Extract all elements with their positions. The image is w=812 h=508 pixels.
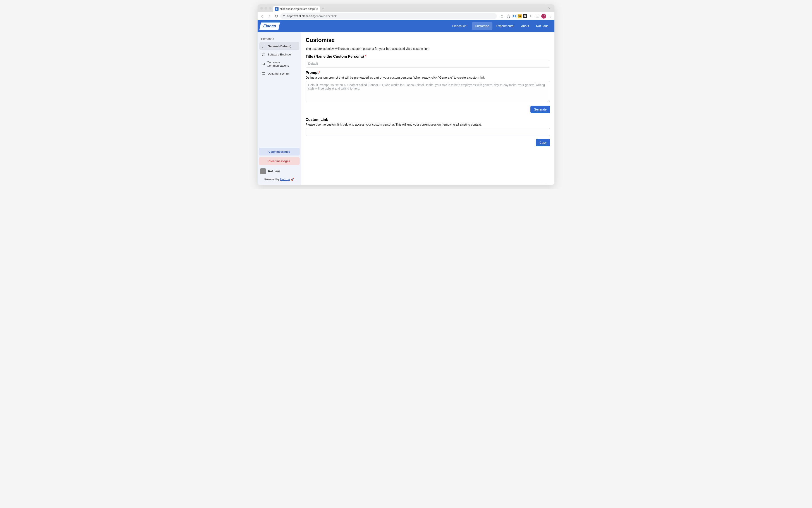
url-scheme: https:// [287, 14, 296, 18]
browser-toolbar-right: MLE C R [498, 13, 553, 19]
url-domain: chat.elanco.ai [296, 14, 313, 18]
chat-bubble-icon [262, 72, 265, 76]
forward-button[interactable] [266, 13, 272, 19]
main-content: Customise The text boxes below will crea… [301, 32, 554, 185]
nav-about[interactable]: About [518, 22, 532, 30]
clear-messages-button[interactable]: Clear messages [259, 157, 300, 165]
user-row[interactable]: Raf Laus [259, 167, 300, 176]
extension-icon-3[interactable]: C [523, 14, 527, 18]
extension-icon-2[interactable]: MLE [518, 14, 522, 18]
chat-bubble-icon [262, 44, 265, 48]
tab-close-icon[interactable]: × [316, 7, 318, 11]
powered-by-prefix: Powered by [264, 177, 280, 181]
tab-title: chat.elanco.ai/generate-deepli [280, 7, 315, 10]
chat-bubble-icon [262, 52, 265, 56]
sidebar-top: Personas General (Default) Software Engi… [258, 32, 301, 146]
horizon-link[interactable]: Horizon [280, 177, 290, 181]
title-field-label: Title (Name the Custom Persona) * [306, 54, 550, 59]
share-icon[interactable] [499, 13, 505, 19]
extension-icon-1[interactable] [512, 14, 516, 18]
sidebar-item-label: Corporate Communications [267, 61, 297, 67]
maximize-window-icon[interactable] [269, 7, 272, 10]
header-nav: ElancoGPT Customise Experimental About R… [449, 22, 551, 30]
tab-favicon-icon: E [275, 7, 278, 11]
new-tab-button[interactable]: + [320, 6, 326, 11]
svg-rect-3 [536, 15, 539, 17]
required-asterisk-icon: * [319, 71, 320, 75]
svg-point-5 [550, 15, 550, 15]
user-avatar-icon [260, 168, 266, 174]
side-panel-icon[interactable] [535, 13, 540, 19]
nav-customise[interactable]: Customise [472, 22, 492, 30]
page-description: The text boxes below will create a custo… [306, 47, 550, 50]
close-window-icon[interactable] [260, 7, 263, 10]
extensions-puzzle-icon[interactable] [528, 13, 534, 19]
minimize-window-icon[interactable] [265, 7, 267, 10]
custom-link-help: Please use the custom link below to acce… [306, 123, 550, 126]
svg-point-6 [550, 16, 550, 16]
back-button[interactable] [259, 13, 265, 19]
sidebar-item-document-writer[interactable]: Document Writer [259, 70, 299, 78]
tabs-dropdown-icon[interactable] [546, 7, 553, 10]
nav-user[interactable]: Raf Laus [533, 22, 551, 30]
profile-avatar-icon[interactable]: R [541, 14, 546, 18]
url-input[interactable]: https://chat.elanco.ai/generate-deeplink [280, 13, 497, 19]
sidebar-item-software-engineer[interactable]: Software Engineer [259, 50, 299, 58]
required-asterisk-icon: * [365, 54, 366, 58]
svg-rect-1 [513, 15, 514, 17]
generate-button[interactable]: Generate [531, 106, 550, 113]
svg-rect-0 [283, 16, 285, 17]
logo[interactable]: Elanco [259, 23, 280, 30]
lock-icon [283, 14, 285, 18]
rocket-icon: 🚀 [291, 177, 294, 181]
tab-bar: E chat.elanco.ai/generate-deepli × + [258, 4, 554, 12]
reload-button[interactable] [273, 13, 279, 19]
user-name: Raf Laus [268, 169, 280, 173]
prompt-field-help: Define a custom prompt that will be pre-… [306, 76, 550, 79]
sidebar-item-label: Software Engineer [268, 53, 292, 56]
browser-menu-icon[interactable] [547, 13, 553, 19]
browser-window: E chat.elanco.ai/generate-deepli × + [258, 4, 554, 185]
page-title: Customise [306, 37, 550, 43]
bookmark-star-icon[interactable] [506, 13, 511, 19]
window-controls [259, 7, 273, 10]
sidebar-bottom: Copy messages Clear messages Raf Laus Po… [258, 146, 301, 185]
nav-experimental[interactable]: Experimental [493, 22, 517, 30]
sidebar-item-label: Document Writer [268, 72, 290, 75]
copy-messages-button[interactable]: Copy messages [259, 148, 300, 156]
powered-by: Powered by Horizon 🚀 [259, 176, 300, 183]
sidebar-item-label: General (Default) [268, 45, 291, 48]
sidebar-item-general[interactable]: General (Default) [259, 42, 299, 50]
sidebar-item-corporate-communications[interactable]: Corporate Communications [259, 58, 299, 70]
copy-link-button[interactable]: Copy [536, 139, 550, 146]
prompt-field-label: Prompt* [306, 71, 550, 75]
custom-link-label: Custom Link [306, 118, 550, 122]
svg-point-7 [550, 17, 550, 18]
sidebar: Personas General (Default) Software Engi… [258, 32, 301, 185]
prompt-textarea[interactable] [306, 81, 550, 102]
nav-elancogpt[interactable]: ElancoGPT [449, 22, 471, 30]
browser-chrome: E chat.elanco.ai/generate-deepli × + [258, 4, 554, 20]
sidebar-heading: Personas [259, 35, 299, 42]
logo-text: Elanco [263, 24, 276, 29]
svg-rect-2 [515, 15, 515, 17]
title-input[interactable] [306, 59, 550, 68]
app-body: Personas General (Default) Software Engi… [258, 32, 554, 185]
browser-tab[interactable]: E chat.elanco.ai/generate-deepli × [273, 6, 320, 12]
app-header: Elanco ElancoGPT Customise Experimental … [258, 20, 554, 32]
address-bar: https://chat.elanco.ai/generate-deeplink… [258, 12, 554, 20]
url-path: /generate-deeplink [313, 14, 336, 18]
custom-link-input[interactable] [306, 128, 550, 136]
chat-bubble-icon [262, 62, 265, 66]
url-text: https://chat.elanco.ai/generate-deeplink [287, 14, 336, 18]
